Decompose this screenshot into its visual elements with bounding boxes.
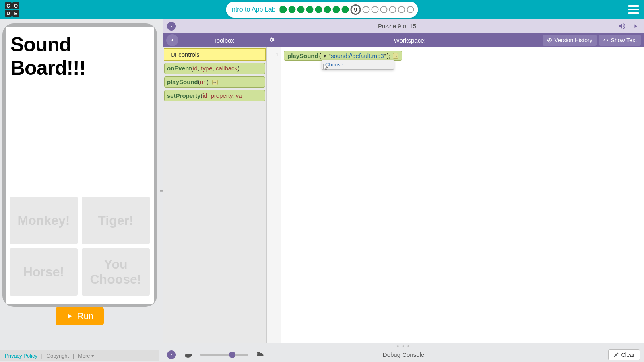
step-bubble-done[interactable] [279, 6, 287, 13]
toolbox-label: Toolbox [182, 37, 266, 44]
step-bubble-todo[interactable] [380, 6, 387, 13]
phone-screen: Sound Board!!! Monkey! Tiger! Horse! You… [6, 27, 154, 304]
step-bubble-done[interactable] [324, 6, 331, 13]
param-dropdown-icon[interactable]: ▼ [323, 53, 327, 58]
toolbox-block-onevent[interactable]: onEvent(id, type, callback) [164, 63, 265, 74]
version-history-label: Version History [555, 37, 592, 43]
sound-picker-dropdown[interactable]: Choose... [322, 60, 394, 70]
step-bubble-todo[interactable] [389, 6, 396, 13]
play-forward-icon[interactable] [633, 23, 640, 30]
code-workspace[interactable]: 1 playSound( ▼ "sound://default.mp3" ); … [267, 47, 644, 343]
top-nav-bar: CODE Intro to App Lab 9 [0, 0, 644, 19]
sound-button-tiger[interactable]: Tiger! [82, 197, 150, 244]
block-fn-name: playSound [287, 52, 318, 59]
toolbox-category-ui-controls[interactable]: UI controls [164, 48, 266, 61]
code-org-logo[interactable]: CODE [5, 2, 19, 17]
workspace-header-bar: Toolbox Workspace: Version History Show … [163, 33, 644, 47]
workspace-label: Workspace: [277, 37, 543, 44]
svg-point-0 [185, 354, 191, 358]
debug-console-label: Debug Console [383, 351, 424, 358]
version-history-button[interactable]: Version History [543, 35, 597, 46]
step-bubble-todo[interactable] [398, 6, 405, 13]
debug-console-bar: Debug Console Clear [163, 347, 644, 362]
toolbox-panel: UI controls onEvent(id, type, callback) … [163, 47, 267, 343]
turtle-speed-icon [183, 352, 193, 358]
toolbox-settings-icon[interactable] [266, 37, 277, 44]
step-bubble-done[interactable] [315, 6, 322, 13]
step-bubble-done[interactable] [306, 6, 313, 13]
copyright-link[interactable]: Copyright [47, 353, 69, 359]
phone-preview-panel: Sound Board!!! Monkey! Tiger! Horse! You… [0, 19, 159, 362]
svg-point-1 [190, 354, 192, 356]
show-text-label: Show Text [611, 37, 637, 43]
clear-button-label: Clear [621, 352, 635, 358]
progress-bubbles: 9 [279, 4, 414, 15]
step-bubble-todo[interactable] [407, 6, 414, 13]
sound-button-you-choose[interactable]: You Choose! [82, 248, 150, 296]
rabbit-speed-icon [256, 350, 264, 359]
slider-thumb[interactable] [229, 352, 235, 358]
mouse-cursor-icon [322, 63, 330, 72]
show-text-button[interactable]: Show Text [599, 35, 641, 46]
speed-slider[interactable] [200, 354, 248, 356]
step-bubble-todo[interactable] [362, 6, 369, 13]
debug-expand-icon[interactable] [167, 350, 176, 359]
phone-frame: Sound Board!!! Monkey! Tiger! Horse! You… [2, 23, 157, 307]
toolbox-block-setproperty[interactable]: setProperty(id, property, va [164, 90, 265, 101]
block-expand-icon[interactable]: → [393, 53, 398, 59]
lesson-progress-pill: Intro to App Lab 9 [226, 2, 418, 18]
clear-console-button[interactable]: Clear [608, 349, 640, 360]
collapse-instructions-icon[interactable] [167, 22, 176, 31]
privacy-link[interactable]: Privacy Policy [5, 353, 37, 359]
lesson-title: Intro to App Lab [230, 6, 276, 13]
step-bubble-current[interactable]: 9 [350, 4, 361, 15]
app-title-label: Sound Board!!! [10, 33, 150, 80]
toolbox-back-icon[interactable] [166, 34, 178, 46]
step-bubble-done[interactable] [341, 6, 349, 13]
step-bubble-done[interactable] [297, 6, 304, 13]
puzzle-number-label: Puzzle 9 of 15 [176, 23, 618, 29]
sound-url-param[interactable]: sound://default.mp3 [331, 52, 384, 59]
run-button-label: Run [77, 311, 93, 321]
hamburger-menu-icon[interactable] [628, 5, 639, 14]
footer-more[interactable]: More ▾ [78, 353, 94, 359]
toolbox-block-playsound[interactable]: playSound(url) → [164, 76, 265, 88]
instructions-bar: Puzzle 9 of 15 [163, 19, 644, 33]
step-bubble-done[interactable] [288, 6, 295, 13]
run-button[interactable]: Run [56, 307, 104, 325]
sound-button-horse[interactable]: Horse! [10, 248, 78, 296]
footer-links: Privacy Policy | Copyright | More ▾ [0, 350, 159, 361]
step-bubble-todo[interactable] [371, 6, 378, 13]
step-bubble-done[interactable] [332, 6, 340, 13]
sound-button-monkey[interactable]: Monkey! [10, 197, 78, 244]
play-icon [66, 313, 73, 320]
vertical-splitter[interactable]: ⠿ [159, 19, 163, 362]
sound-icon[interactable] [618, 22, 626, 30]
line-number-gutter: 1 [267, 47, 281, 343]
